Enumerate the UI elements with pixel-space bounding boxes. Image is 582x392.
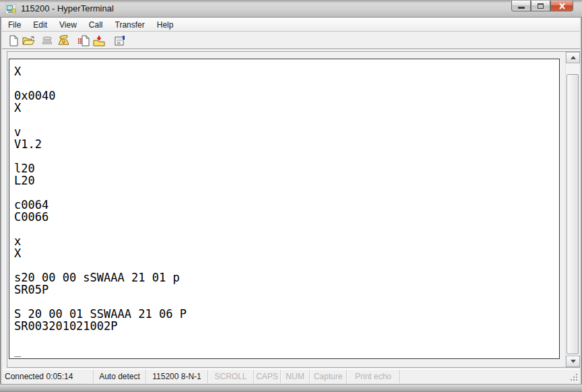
status-caps-lock: CAPS xyxy=(254,370,281,383)
terminal-text[interactable]: X 0x0040 X v V1.2 l20 L20 c0064 C0066 x … xyxy=(9,59,560,359)
status-bar: Connected 0:05:14 Auto detect 115200 8-N… xyxy=(1,369,581,383)
menu-bar: File Edit View Call Transfer Help xyxy=(1,18,581,32)
open-folder-icon xyxy=(22,35,35,46)
close-button[interactable] xyxy=(550,1,573,11)
status-scroll-lock: SCROLL xyxy=(208,370,254,383)
left-frame-edge xyxy=(1,18,2,384)
receive-file-button[interactable] xyxy=(92,34,106,47)
scroll-up-button[interactable] xyxy=(566,52,580,63)
arrow-down-icon xyxy=(571,360,576,363)
close-icon xyxy=(558,3,566,9)
window-title: 115200 - HyperTerminal xyxy=(21,3,114,13)
properties-icon xyxy=(114,35,126,46)
vertical-scrollbar[interactable] xyxy=(565,52,579,367)
caption-buttons xyxy=(511,1,573,11)
receive-folder-icon xyxy=(93,35,105,46)
properties-button[interactable] xyxy=(113,34,127,47)
menu-file[interactable]: File xyxy=(2,18,27,32)
terminal-frame: X 0x0040 X v V1.2 l20 L20 c0064 C0066 x … xyxy=(7,51,581,368)
app-icon xyxy=(5,4,16,14)
send-file-button[interactable] xyxy=(77,34,90,47)
hyperterminal-window: 115200 - HyperTerminal File Edit View Ca… xyxy=(0,0,582,392)
menu-view[interactable]: View xyxy=(53,18,83,32)
minimize-icon xyxy=(518,7,525,9)
open-button[interactable] xyxy=(22,34,35,47)
bottom-frame-edge[interactable] xyxy=(0,384,582,392)
status-baud-settings: 115200 8-N-1 xyxy=(146,370,208,383)
call-button xyxy=(40,34,54,47)
menu-call[interactable]: Call xyxy=(83,18,109,32)
disconnect-button[interactable] xyxy=(57,34,70,47)
scroll-down-button[interactable] xyxy=(566,356,580,367)
status-filler xyxy=(400,370,581,383)
status-emulation: Auto detect xyxy=(94,370,146,383)
menu-edit[interactable]: Edit xyxy=(27,18,53,32)
toolbar xyxy=(1,32,581,49)
scrollbar-thumb[interactable] xyxy=(567,74,579,354)
status-connected: Connected 0:05:14 xyxy=(1,370,94,383)
arrow-up-icon xyxy=(571,56,576,59)
right-frame-edge xyxy=(580,18,581,384)
menu-help[interactable]: Help xyxy=(151,18,180,32)
status-print-echo: Print echo xyxy=(347,370,400,383)
maximize-button[interactable] xyxy=(531,1,550,11)
status-capture: Capture xyxy=(310,370,347,383)
title-bar[interactable]: 115200 - HyperTerminal xyxy=(0,0,582,18)
new-file-icon xyxy=(8,35,19,46)
disconnect-phone-icon xyxy=(57,35,69,46)
maximize-icon xyxy=(538,3,544,9)
status-num-lock: NUM xyxy=(281,370,310,383)
new-connection-button[interactable] xyxy=(7,34,20,47)
resize-grip[interactable] xyxy=(570,373,578,381)
minimize-button[interactable] xyxy=(511,1,531,11)
call-phone-icon-disabled xyxy=(41,36,53,45)
menu-transfer[interactable]: Transfer xyxy=(109,18,151,32)
send-file-icon xyxy=(78,35,90,46)
